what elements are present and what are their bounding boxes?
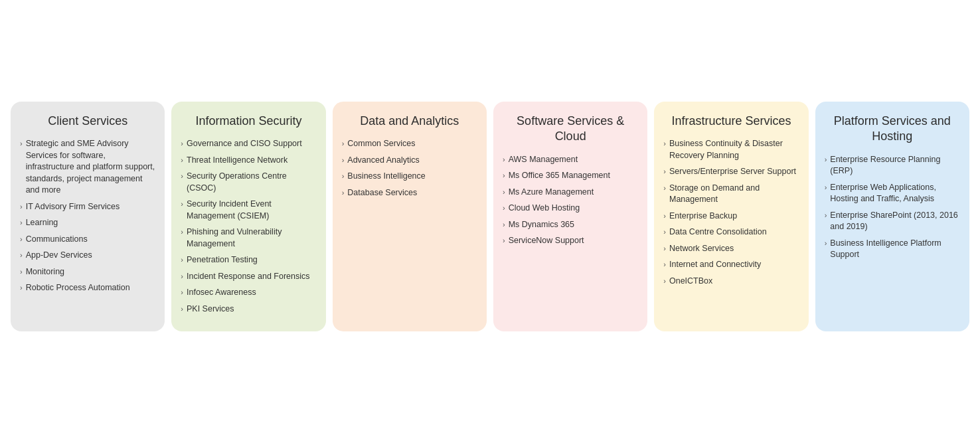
column-information-security: Information Security›Governance and CISO… xyxy=(171,102,325,331)
list-item: ›Internet and Connectivity xyxy=(663,259,799,271)
list-item: ›IT Advisory Firm Services xyxy=(20,201,155,213)
chevron-icon: › xyxy=(503,236,505,246)
chevron-icon: › xyxy=(181,171,183,181)
item-text: Network Services xyxy=(669,243,799,255)
list-infrastructure-services: ›Business Continuity & Disaster Recovery… xyxy=(663,138,799,292)
list-item: ›Business Intelligence xyxy=(342,171,477,183)
column-software-services: Software Services & Cloud›AWS Management… xyxy=(493,102,647,331)
item-text: PKI Services xyxy=(187,303,317,315)
chevron-icon: › xyxy=(20,139,23,149)
list-item: ›Learning xyxy=(20,217,155,229)
list-item: ›Enterprise Resource Planning (ERP) xyxy=(825,154,960,177)
item-text: Ms Dynamics 365 xyxy=(509,219,639,231)
chevron-icon: › xyxy=(503,220,505,230)
column-client-services: Client Services›Strategic and SME Adviso… xyxy=(11,102,165,331)
chevron-icon: › xyxy=(503,203,505,213)
list-item: ›Incident Response and Forensics xyxy=(181,271,316,283)
chevron-icon: › xyxy=(20,283,23,293)
item-text: Robotic Process Automation xyxy=(26,282,156,294)
list-item: ›Ms Azure Management xyxy=(503,187,638,199)
item-text: Penetration Testing xyxy=(187,254,317,266)
list-item: ›Infosec Awareness xyxy=(181,287,316,299)
list-item: ›Robotic Process Automation xyxy=(20,282,155,294)
item-text: Governance and CISO Support xyxy=(187,138,317,150)
chevron-icon: › xyxy=(20,267,23,277)
item-text: Business Intelligence xyxy=(347,171,477,183)
item-text: Communications xyxy=(26,234,156,246)
chevron-icon: › xyxy=(181,139,183,149)
list-item: ›Ms Office 365 Management xyxy=(503,170,638,182)
chevron-icon: › xyxy=(663,244,666,254)
item-text: Strategic and SME Advisory Services for … xyxy=(26,138,156,197)
chevron-icon: › xyxy=(181,199,183,209)
item-text: AWS Management xyxy=(509,154,639,166)
list-item: ›Database Services xyxy=(342,187,477,199)
title-information-security: Information Security xyxy=(181,114,316,129)
list-item: ›Data Centre Consolidation xyxy=(663,226,799,238)
list-item: ›Monitoring xyxy=(20,266,155,278)
item-text: Business Intelligence Platform Support xyxy=(830,238,960,261)
item-text: Internet and Connectivity xyxy=(669,259,799,271)
chevron-icon: › xyxy=(342,188,345,198)
columns-container: Client Services›Strategic and SME Adviso… xyxy=(11,102,969,331)
chevron-icon: › xyxy=(825,183,827,193)
item-text: Enterprise SharePoint (2013, 2016 and 20… xyxy=(830,210,960,233)
item-text: Learning xyxy=(26,217,156,229)
list-item: ›Ms Dynamics 365 xyxy=(503,219,638,231)
list-item: ›PKI Services xyxy=(181,303,316,315)
list-item: ›ServiceNow Support xyxy=(503,235,638,247)
chevron-icon: › xyxy=(181,288,183,298)
item-text: OneICTBox xyxy=(669,276,799,288)
list-item: ›Security Operations Centre (CSOC) xyxy=(181,171,316,194)
list-item: ›Business Continuity & Disaster Recovery… xyxy=(663,138,799,161)
item-text: Incident Response and Forensics xyxy=(187,271,317,283)
list-item: ›Threat Intelligence Network xyxy=(181,155,316,167)
chevron-icon: › xyxy=(181,227,183,237)
chevron-icon: › xyxy=(20,250,23,260)
chevron-icon: › xyxy=(181,155,183,165)
chevron-icon: › xyxy=(663,139,666,149)
chevron-icon: › xyxy=(342,155,345,165)
list-information-security: ›Governance and CISO Support›Threat Inte… xyxy=(181,138,316,319)
item-text: Advanced Analytics xyxy=(347,155,477,167)
chevron-icon: › xyxy=(20,234,23,244)
list-item: ›Strategic and SME Advisory Services for… xyxy=(20,138,155,197)
chevron-icon: › xyxy=(825,211,827,220)
chevron-icon: › xyxy=(825,238,827,248)
item-text: Ms Office 365 Management xyxy=(509,170,639,182)
list-item: ›Security Incident Event Management (CSI… xyxy=(181,199,316,222)
list-item: ›Governance and CISO Support xyxy=(181,138,316,150)
list-item: ›Phishing and Vulnerability Management xyxy=(181,226,316,250)
chevron-icon: › xyxy=(342,171,345,181)
chevron-icon: › xyxy=(503,187,505,197)
list-item: ›Enterprise Web Applications, Hosting an… xyxy=(825,182,960,205)
list-item: ›OneICTBox xyxy=(663,276,799,288)
list-software-services: ›AWS Management›Ms Office 365 Management… xyxy=(503,154,638,252)
item-text: Enterprise Resource Planning (ERP) xyxy=(830,154,960,177)
item-text: IT Advisory Firm Services xyxy=(26,201,156,213)
item-text: Enterprise Backup xyxy=(669,211,799,222)
list-item: ›Enterprise Backup xyxy=(663,211,799,222)
chevron-icon: › xyxy=(20,202,23,212)
item-text: Monitoring xyxy=(26,266,156,278)
chevron-icon: › xyxy=(181,255,183,265)
list-item: ›Cloud Web Hosting xyxy=(503,203,638,215)
list-item: ›Enterprise SharePoint (2013, 2016 and 2… xyxy=(825,210,960,233)
chevron-icon: › xyxy=(503,171,505,181)
item-text: Storage on Demand and Management xyxy=(669,183,799,206)
item-text: Security Operations Centre (CSOC) xyxy=(187,171,317,194)
chevron-icon: › xyxy=(20,218,23,228)
item-text: Infosec Awareness xyxy=(187,287,317,299)
chevron-icon: › xyxy=(663,276,666,286)
item-text: Cloud Web Hosting xyxy=(509,203,639,215)
item-text: Common Services xyxy=(347,138,477,150)
chevron-icon: › xyxy=(663,227,666,237)
list-item: ›Common Services xyxy=(342,138,477,150)
item-text: App-Dev Services xyxy=(26,250,156,262)
list-item: ›Storage on Demand and Management xyxy=(663,183,799,206)
title-platform-services: Platform Services and Hosting xyxy=(825,114,960,145)
list-item: ›Penetration Testing xyxy=(181,254,316,266)
item-text: Threat Intelligence Network xyxy=(187,155,317,167)
chevron-icon: › xyxy=(663,167,666,177)
chevron-icon: › xyxy=(181,304,183,314)
